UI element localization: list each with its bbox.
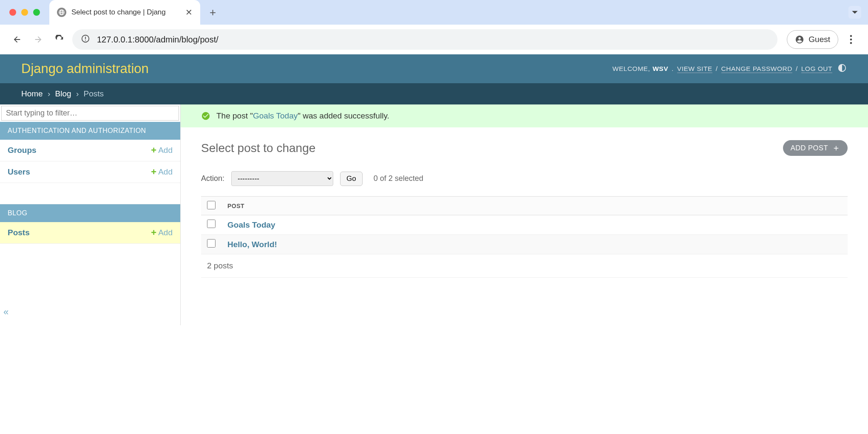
row-checkbox[interactable] <box>207 220 216 228</box>
success-object-link[interactable]: Goals Today <box>253 111 298 120</box>
url-text: 127.0.0.1:8000/admin/blog/post/ <box>97 35 218 45</box>
sidebar-add-label: Add <box>158 167 173 177</box>
row-link[interactable]: Hello, World! <box>227 240 277 249</box>
go-button[interactable]: Go <box>340 172 363 186</box>
window-close-icon[interactable] <box>9 9 16 16</box>
sidebar-model-link[interactable]: Users <box>8 167 30 177</box>
plus-icon <box>832 144 840 152</box>
success-message: The post "Goals Today" was added success… <box>181 104 868 127</box>
sidebar-model-link[interactable]: Posts <box>8 228 30 237</box>
main-content: The post "Goals Today" was added success… <box>181 104 868 325</box>
svg-point-0 <box>850 35 852 37</box>
sidebar-add-link[interactable]: +Add <box>151 227 173 238</box>
actions-bar: Action: --------- Go 0 of 2 selected <box>201 171 848 186</box>
action-label: Action: <box>201 174 224 183</box>
table-row: Hello, World! <box>201 235 848 254</box>
kebab-icon <box>850 35 852 44</box>
sidebar-add-label: Add <box>158 228 173 237</box>
new-tab-button[interactable]: + <box>210 6 216 19</box>
add-post-button[interactable]: ADD POST <box>783 140 848 156</box>
sidebar-model-link[interactable]: Groups <box>8 146 37 155</box>
results-table: POST Goals TodayHello, World! <box>201 196 848 254</box>
user-tools: WELCOME, WSV. VIEW SITE / CHANGE PASSWOR… <box>613 63 847 74</box>
sidebar-filter-input[interactable] <box>1 106 179 121</box>
username: WSV <box>652 65 668 73</box>
row-link[interactable]: Goals Today <box>227 220 275 229</box>
window-minimize-icon[interactable] <box>21 9 28 16</box>
success-text: The post "Goals Today" was added success… <box>216 111 389 121</box>
back-button[interactable] <box>9 31 26 48</box>
sidebar-collapse-button[interactable]: « <box>3 307 9 318</box>
select-all-header <box>201 197 221 215</box>
table-row: Goals Today <box>201 215 848 235</box>
breadcrumb-current: Posts <box>84 89 104 98</box>
page-title: Select post to change <box>201 141 315 155</box>
half-circle-icon <box>837 63 847 73</box>
content-wrapper: AUTHENTICATION AND AUTHORIZATIONGroups+A… <box>0 104 868 325</box>
browser-menu-button[interactable] <box>842 31 859 48</box>
view-site-link[interactable]: VIEW SITE <box>677 65 712 73</box>
tab-title: Select post to change | Djang <box>71 8 180 17</box>
forward-button <box>30 31 47 48</box>
select-all-checkbox[interactable] <box>207 201 216 209</box>
sidebar: AUTHENTICATION AND AUTHORIZATIONGroups+A… <box>0 104 181 325</box>
logout-link[interactable]: LOG OUT <box>801 65 832 73</box>
profile-chip[interactable]: Guest <box>787 30 838 49</box>
tab-bar: Select post to change | Djang ✕ + <box>0 0 868 25</box>
arrow-right-icon <box>34 35 43 44</box>
arrow-left-icon <box>12 35 22 44</box>
check-circle-icon <box>201 111 210 121</box>
sidebar-model-row: Groups+Add <box>0 140 180 161</box>
sidebar-model-row: Posts+Add <box>0 222 180 244</box>
sidebar-add-label: Add <box>158 146 173 155</box>
sidebar-add-link[interactable]: +Add <box>151 145 173 156</box>
profile-label: Guest <box>808 35 830 44</box>
theme-toggle[interactable] <box>835 63 847 74</box>
app-header[interactable]: AUTHENTICATION AND AUTHORIZATION <box>0 122 180 140</box>
breadcrumb-home[interactable]: Home <box>21 89 43 98</box>
admin-header: Django administration WELCOME, WSV. VIEW… <box>0 54 868 83</box>
url-input[interactable]: 127.0.0.1:8000/admin/blog/post/ <box>72 29 777 50</box>
info-icon[interactable] <box>81 34 90 45</box>
svg-point-2 <box>850 42 852 44</box>
app-header[interactable]: BLOG <box>0 204 180 222</box>
action-select[interactable]: --------- <box>231 171 333 186</box>
breadcrumbs: Home › Blog › Posts <box>0 83 868 104</box>
plus-icon: + <box>151 145 156 156</box>
window-maximize-icon[interactable] <box>33 9 40 16</box>
browser-tab[interactable]: Select post to change | Djang ✕ <box>49 0 200 25</box>
reload-button[interactable] <box>51 31 68 48</box>
add-post-label: ADD POST <box>791 144 828 152</box>
sidebar-add-link[interactable]: +Add <box>151 166 173 178</box>
close-icon[interactable]: ✕ <box>185 7 193 17</box>
column-header-post[interactable]: POST <box>221 197 848 215</box>
browser-chrome: Select post to change | Djang ✕ + 127.0.… <box>0 0 868 54</box>
address-bar: 127.0.0.1:8000/admin/blog/post/ Guest <box>0 25 868 54</box>
plus-icon: + <box>151 227 156 238</box>
plus-icon: + <box>151 166 156 178</box>
window-controls <box>9 9 40 16</box>
page-heading-row: Select post to change ADD POST <box>201 140 848 156</box>
row-checkbox[interactable] <box>207 239 216 248</box>
tab-dropdown-button[interactable] <box>848 6 861 19</box>
reload-icon <box>55 35 64 44</box>
welcome-text: WELCOME, <box>613 65 650 73</box>
svg-point-1 <box>850 39 852 41</box>
change-password-link[interactable]: CHANGE PASSWORD <box>721 65 792 73</box>
selection-counter: 0 of 2 selected <box>374 174 423 183</box>
globe-icon <box>57 8 66 17</box>
site-title[interactable]: Django administration <box>21 61 149 76</box>
breadcrumb-app[interactable]: Blog <box>55 89 71 98</box>
paginator: 2 posts <box>201 254 848 278</box>
sidebar-model-row: Users+Add <box>0 161 180 183</box>
person-icon <box>795 35 804 44</box>
sidebar-spacer <box>0 183 180 204</box>
